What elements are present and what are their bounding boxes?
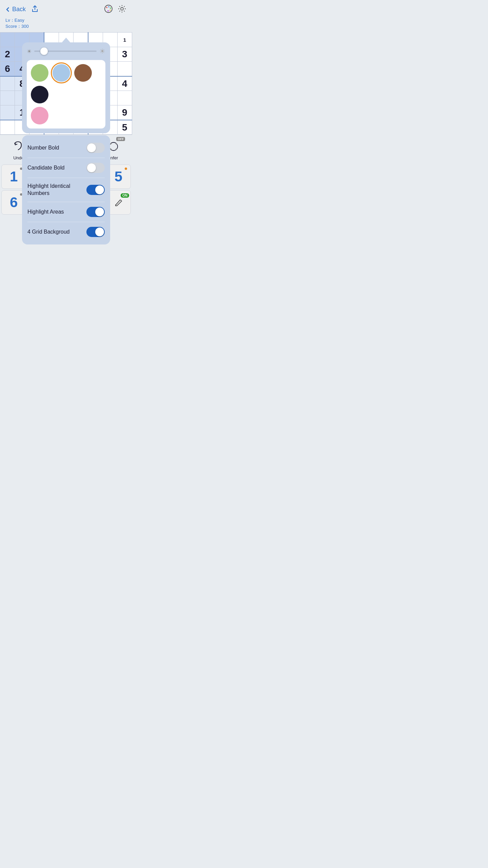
cell[interactable] (0, 91, 15, 105)
share-button[interactable] (31, 5, 39, 14)
setting-4grid-label: 4 Grid Backgroud (27, 229, 70, 236)
palette-button[interactable] (104, 4, 113, 15)
sun-small-icon: ☀ (27, 48, 32, 55)
color-row-2 (31, 107, 101, 124)
cell[interactable] (0, 105, 15, 120)
infer-off-badge: OFF (116, 137, 125, 141)
setting-highlight-areas: Highlight Areas (27, 202, 105, 222)
color-panel: ☀ ☀ (22, 42, 110, 133)
svg-point-2 (108, 6, 109, 7)
setting-highlight-areas-label: Highlight Areas (27, 209, 64, 216)
cell[interactable] (0, 33, 15, 47)
color-row (31, 64, 101, 103)
num-label: 5 (115, 169, 122, 185)
back-button[interactable]: Back (5, 6, 26, 13)
cell[interactable] (0, 120, 15, 135)
cell[interactable]: 3 (117, 47, 132, 62)
slider-thumb (40, 47, 48, 55)
setting-number-bold: Number Bold (27, 138, 105, 158)
board-container: ☀ ☀ Number Bold (0, 32, 132, 135)
settings-panel: Number Bold Candidate Bold Highlight Ide… (22, 135, 110, 244)
toggle-thumb-5 (95, 228, 104, 236)
brightness-row: ☀ ☀ (27, 47, 105, 55)
setting-candidate-bold: Candidate Bold (27, 158, 105, 178)
swatch-brown[interactable] (74, 64, 92, 82)
toggle-thumb (87, 143, 96, 152)
setting-4grid: 4 Grid Backgroud (27, 222, 105, 242)
cell[interactable]: 4 (117, 76, 132, 91)
num-label: 6 (10, 194, 18, 211)
toggle-thumb-4 (95, 208, 104, 216)
score-label: Score：300 (5, 23, 127, 29)
setting-number-bold-label: Number Bold (27, 144, 59, 152)
toggle-highlight-areas[interactable] (86, 207, 105, 217)
level-label: Lv：Easy (5, 17, 127, 23)
cell[interactable] (0, 76, 15, 91)
setting-candidate-bold-label: Candidate Bold (27, 164, 64, 172)
svg-point-15 (110, 149, 111, 150)
svg-point-4 (109, 9, 111, 11)
svg-point-16 (116, 149, 117, 150)
toggle-candidate-bold[interactable] (86, 163, 105, 173)
cell[interactable]: 5 (117, 120, 132, 135)
svg-point-1 (106, 7, 107, 8)
svg-point-13 (110, 143, 111, 144)
setting-highlight-identical: Highlight Identical Numbers (27, 178, 105, 202)
swatch-light-blue[interactable] (53, 64, 70, 82)
header-left: Back (5, 5, 39, 14)
cell[interactable]: 1 (117, 33, 132, 47)
level-info: Lv：Easy Score：300 (0, 17, 132, 32)
swatch-pink[interactable] (31, 107, 48, 124)
cell[interactable] (117, 91, 132, 105)
svg-point-5 (107, 10, 109, 12)
num-label: 1 (10, 169, 18, 185)
infer-label: Infer (109, 155, 118, 160)
toggle-number-bold[interactable] (86, 143, 105, 153)
cell[interactable] (117, 62, 132, 76)
svg-point-3 (110, 7, 111, 9)
cell[interactable]: 9 (117, 105, 132, 120)
swatch-dark[interactable] (31, 86, 48, 103)
toggle-thumb-3 (95, 185, 104, 194)
pencil-on-badge: ON (121, 193, 129, 198)
svg-point-6 (121, 7, 123, 10)
settings-button[interactable] (117, 4, 127, 15)
toggle-4grid[interactable] (86, 227, 105, 237)
dot-5 (125, 167, 127, 170)
cell[interactable]: 2 (0, 47, 15, 62)
setting-highlight-identical-label: Highlight Identical Numbers (27, 183, 82, 197)
cell[interactable]: 6 (0, 62, 15, 76)
header: Back (0, 0, 132, 17)
sun-large-icon: ☀ (99, 47, 105, 55)
color-swatches (27, 60, 105, 129)
swatch-green[interactable] (31, 64, 48, 82)
toggle-highlight-identical[interactable] (86, 185, 105, 195)
toggle-thumb-2 (87, 163, 96, 172)
header-right (104, 4, 127, 15)
popup-overlay: ☀ ☀ Number Bold (22, 42, 110, 244)
back-label: Back (12, 6, 26, 13)
brightness-slider[interactable] (34, 51, 97, 52)
svg-point-14 (116, 143, 117, 144)
